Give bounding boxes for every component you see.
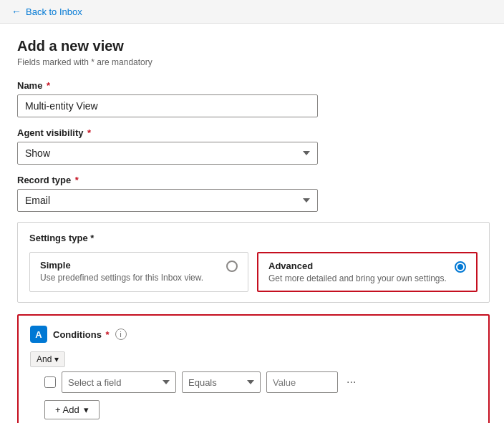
- page-wrapper: ← Back to Inbox Add a new view Fields ma…: [0, 0, 504, 423]
- condition-checkbox[interactable]: [44, 376, 56, 388]
- value-input[interactable]: [266, 371, 338, 393]
- conditions-icon: A: [30, 326, 47, 343]
- record-type-label: Record type *: [17, 175, 487, 185]
- add-chevron-icon: ▾: [84, 404, 89, 415]
- agent-visibility-select[interactable]: Show: [17, 142, 318, 165]
- back-link[interactable]: ← Back to Inbox: [11, 6, 493, 17]
- advanced-radio[interactable]: [455, 261, 466, 273]
- info-icon[interactable]: i: [115, 329, 127, 340]
- record-type-field-group: Record type * Email: [17, 175, 487, 212]
- equals-dropdown[interactable]: Equals: [182, 371, 261, 393]
- simple-radio[interactable]: [226, 261, 238, 272]
- settings-type-box: Settings type * Simple Use predefined se…: [17, 222, 490, 303]
- and-section: And ▾: [30, 351, 477, 371]
- name-input[interactable]: [17, 94, 318, 117]
- name-field-group: Name *: [17, 80, 487, 117]
- mandatory-note: Fields marked with * are mandatory: [17, 57, 487, 67]
- agent-visibility-label: Agent visibility *: [17, 127, 487, 138]
- advanced-option-title: Advanced: [268, 261, 449, 271]
- agent-visibility-field-group: Agent visibility * Show: [17, 127, 487, 165]
- and-chevron-icon: ▾: [54, 354, 59, 364]
- simple-option-text: Simple Use predefined settings for this …: [40, 260, 220, 283]
- advanced-option[interactable]: Advanced Get more detailed and bring you…: [257, 252, 478, 292]
- advanced-option-desc: Get more detailed and bring your own set…: [268, 273, 449, 283]
- name-label: Name *: [17, 80, 487, 91]
- condition-row: Select a field Equals ···: [30, 371, 477, 393]
- conditions-title: Conditions *: [53, 329, 110, 340]
- and-button[interactable]: And ▾: [30, 351, 65, 367]
- back-arrow-icon: ←: [11, 6, 21, 17]
- ellipsis-button[interactable]: ···: [344, 376, 359, 389]
- select-field-dropdown[interactable]: Select a field: [62, 371, 176, 393]
- page-title: Add a new view: [17, 38, 487, 54]
- conditions-box: A Conditions * i And ▾ Select a field: [17, 314, 490, 423]
- add-button[interactable]: + Add ▾: [44, 400, 100, 419]
- simple-option-title: Simple: [40, 260, 220, 271]
- top-bar: ← Back to Inbox: [0, 0, 504, 24]
- simple-option-desc: Use predefined settings for this Inbox v…: [40, 273, 220, 283]
- advanced-option-text: Advanced Get more detailed and bring you…: [268, 261, 449, 283]
- conditions-header: A Conditions * i: [30, 326, 477, 343]
- form-content: Add a new view Fields marked with * are …: [0, 24, 504, 423]
- settings-options: Simple Use predefined settings for this …: [29, 252, 478, 292]
- simple-option[interactable]: Simple Use predefined settings for this …: [29, 252, 248, 292]
- settings-type-label: Settings type *: [29, 233, 478, 243]
- add-label: + Add: [55, 404, 79, 415]
- back-link-label: Back to Inbox: [26, 6, 82, 17]
- record-type-select[interactable]: Email: [17, 189, 318, 212]
